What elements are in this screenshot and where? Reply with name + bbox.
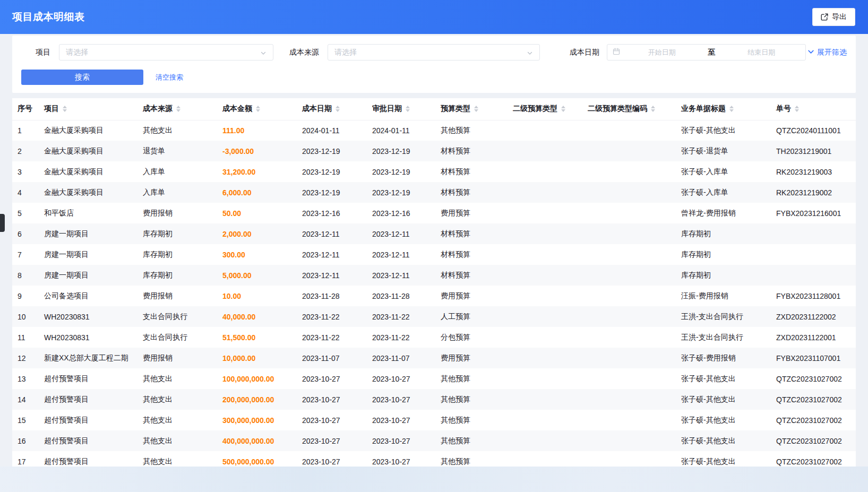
cost-date-range-picker[interactable]: 至 — [607, 44, 806, 61]
table-cell: 金融大厦采购项目 — [39, 182, 137, 203]
sort-carets-icon[interactable] — [406, 106, 410, 112]
table-cell — [582, 306, 676, 327]
start-date-input[interactable] — [623, 48, 701, 56]
table-cell: 库存期初 — [676, 244, 771, 265]
export-button-label: 导出 — [832, 12, 847, 22]
table-cell — [582, 120, 676, 141]
table-cell: 2023-11-22 — [367, 306, 435, 327]
date-range-separator: 至 — [704, 48, 720, 57]
expand-filter-link[interactable]: 展开筛选 — [807, 48, 847, 57]
table-cell — [508, 223, 582, 244]
table-cell: 新建XX总部大厦工程二期 — [39, 348, 137, 368]
table-header-row: 序号项目成本来源成本金额成本日期审批日期预算类型二级预算类型二级预算类型编码业务… — [12, 98, 856, 120]
column-header-6[interactable]: 预算类型 — [435, 98, 508, 120]
table-cell: 2023-12-19 — [367, 141, 435, 161]
table-row[interactable]: 12新建XX总部大厦工程二期费用报销10,000.002023-11-07202… — [12, 348, 856, 368]
table-cell: 材料预算 — [435, 182, 508, 203]
table-row[interactable]: 4金融大厦采购项目入库单6,000.002023-12-192023-12-19… — [12, 182, 856, 203]
table-cell: 14 — [12, 389, 39, 410]
table-row[interactable]: 5和平饭店费用报销50.002023-12-162023-12-16费用预算曾祥… — [12, 203, 856, 223]
export-button[interactable]: 导出 — [812, 8, 855, 26]
table-cell: 2023-12-19 — [367, 182, 435, 203]
sort-carets-icon[interactable] — [176, 106, 181, 112]
table-cell: 2023-12-16 — [297, 203, 367, 223]
table-row[interactable]: 7房建一期项目库存期初300.002023-12-112023-12-11材料预… — [12, 244, 856, 265]
table-cell: 入库单 — [137, 161, 217, 182]
sort-carets-icon[interactable] — [795, 106, 799, 112]
column-header-9[interactable]: 业务单据标题 — [676, 98, 771, 120]
table-cell: 王洪-支出合同执行 — [676, 306, 771, 327]
table-row[interactable]: 8房建一期项目库存期初5,000.002023-12-112023-12-11材… — [12, 265, 856, 286]
table-cell: 1 — [12, 120, 39, 141]
table-cell — [508, 430, 582, 451]
column-header-7[interactable]: 二级预算类型 — [508, 98, 582, 120]
table-cell: 8 — [12, 265, 39, 286]
column-header-2[interactable]: 成本来源 — [137, 98, 217, 120]
table-cell: 300,000,000.00 — [217, 410, 297, 430]
table-cell: 2023-11-28 — [297, 286, 367, 306]
table-cell — [582, 389, 676, 410]
table-row[interactable]: 6房建一期项目库存期初2,000.002023-12-112023-12-11材… — [12, 223, 856, 244]
table-cell: 其他预算 — [435, 389, 508, 410]
table-row[interactable]: 1金融大厦采购项目其他支出111.002024-01-112024-01-11其… — [12, 120, 856, 141]
clear-search-link[interactable]: 清空搜索 — [156, 73, 183, 82]
table-cell — [582, 368, 676, 389]
sort-carets-icon[interactable] — [256, 106, 260, 112]
table-cell: 5,000.00 — [217, 265, 297, 286]
column-header-label: 审批日期 — [372, 104, 402, 113]
table-cell: 12 — [12, 348, 39, 368]
table-cell: 库存期初 — [676, 265, 771, 286]
sort-carets-icon[interactable] — [474, 106, 478, 112]
column-header-label: 预算类型 — [441, 104, 470, 113]
table-cell: 其他支出 — [137, 430, 217, 451]
table-cell: 2024-01-11 — [367, 120, 435, 141]
table-row[interactable]: 16超付预警项目其他支出400,000,000.002023-10-272023… — [12, 430, 856, 451]
sort-carets-icon[interactable] — [63, 106, 67, 112]
table-row[interactable]: 2金融大厦采购项目退货单-3,000.002023-12-192023-12-1… — [12, 141, 856, 161]
table-cell: 材料预算 — [435, 161, 508, 182]
table-cell: 100,000,000.00 — [217, 368, 297, 389]
table-row[interactable]: 15超付预警项目其他支出300,000,000.002023-10-272023… — [12, 410, 856, 430]
table-cell: QTZC20231027002 — [771, 368, 856, 389]
drawer-toggle-handle[interactable] — [0, 214, 5, 232]
column-header-label: 序号 — [18, 104, 32, 113]
table-cell: 5 — [12, 203, 39, 223]
table-row[interactable]: 14超付预警项目其他支出200,000,000.002023-10-272023… — [12, 389, 856, 410]
column-header-3[interactable]: 成本金额 — [217, 98, 297, 120]
table-row[interactable]: 3金融大厦采购项目入库单31,200.002023-12-192023-12-1… — [12, 161, 856, 182]
table-row[interactable]: 9公司备选项目费用报销10.002023-11-282023-11-28费用预算… — [12, 286, 856, 306]
table-cell: 金融大厦采购项目 — [39, 161, 137, 182]
sort-carets-icon[interactable] — [561, 106, 565, 112]
sort-carets-icon[interactable] — [651, 106, 655, 112]
table-row[interactable]: 10WH20230831支出合同执行40,000.002023-11-22202… — [12, 306, 856, 327]
column-header-4[interactable]: 成本日期 — [297, 98, 367, 120]
table-cell: 10 — [12, 306, 39, 327]
table-cell: 金融大厦采购项目 — [39, 141, 137, 161]
table-cell: 2023-10-27 — [297, 410, 367, 430]
table-cell: 2023-10-27 — [367, 430, 435, 451]
table-cell: 其他预算 — [435, 430, 508, 451]
table-cell: 2023-11-22 — [297, 306, 367, 327]
table-cell — [508, 368, 582, 389]
sort-carets-icon[interactable] — [729, 106, 734, 112]
table-cell: 库存期初 — [676, 223, 771, 244]
project-select[interactable]: 请选择 — [59, 44, 273, 61]
column-header-8[interactable]: 二级预算类型编码 — [582, 98, 676, 120]
column-header-label: 单号 — [776, 104, 791, 113]
column-header-5[interactable]: 审批日期 — [367, 98, 435, 120]
search-button[interactable]: 搜索 — [21, 70, 143, 85]
table-cell: 40,000.00 — [217, 306, 297, 327]
table-cell: 其他预算 — [435, 120, 508, 141]
table-cell: WH20230831 — [39, 306, 137, 327]
end-date-input[interactable] — [723, 48, 801, 56]
sort-carets-icon[interactable] — [336, 106, 340, 112]
cost-source-select[interactable]: 请选择 — [328, 44, 540, 61]
table-row[interactable]: 13超付预警项目其他支出100,000,000.002023-10-272023… — [12, 368, 856, 389]
app-window: 项目成本明细表 导出 项目 请选择 成本来源 请选择 — [0, 0, 868, 492]
table-cell: 张子硕-其他支出 — [676, 410, 771, 430]
table-cell: FYBX20231128001 — [771, 286, 856, 306]
table-cell: 其他支出 — [137, 120, 217, 141]
column-header-1[interactable]: 项目 — [39, 98, 137, 120]
column-header-10[interactable]: 单号 — [771, 98, 856, 120]
table-row[interactable]: 11WH20230831支出合同执行51,500.002023-11-22202… — [12, 327, 856, 348]
